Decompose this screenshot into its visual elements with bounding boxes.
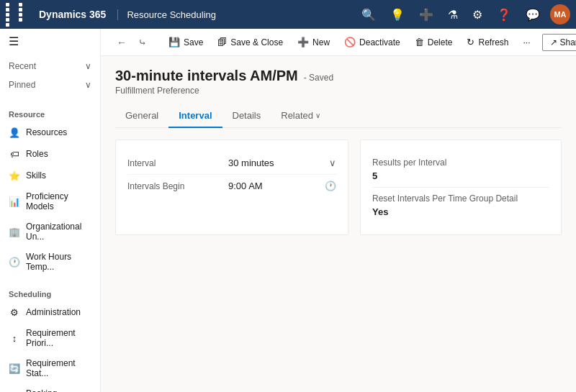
sidebar-item-orgunit[interactable]: 🏢 Organizational Un...: [0, 216, 100, 247]
reset-value: Yes: [372, 206, 549, 217]
interval-value: 30 minutes ∨: [228, 158, 336, 168]
results-value: 5: [372, 170, 549, 181]
results-field: Results per Interval 5: [372, 152, 549, 188]
workhours-icon: 🕐: [9, 256, 20, 268]
sidebar-item-skills[interactable]: ⭐ Skills: [0, 165, 100, 186]
add-icon[interactable]: ➕: [415, 5, 438, 24]
deactivate-button[interactable]: 🚫 Deactivate: [338, 33, 406, 51]
share-icon: ↗: [550, 37, 557, 47]
sidebar-item-admin[interactable]: ⚙ Administration: [0, 301, 100, 323]
intervals-begin-label: Intervals Begin: [127, 181, 228, 191]
tab-interval[interactable]: Interval: [168, 104, 222, 128]
settings-icon[interactable]: ⚙: [468, 5, 487, 24]
sidebar: ☰ Recent ∨ Pinned ∨ Resource 👤 Resources…: [0, 29, 101, 392]
proficiency-icon: 📊: [9, 196, 20, 207]
related-chevron-icon: ∨: [315, 111, 320, 119]
sidebar-item-resources[interactable]: 👤 Resources: [0, 122, 100, 143]
sidebar-item-reqprio[interactable]: ↕ Requirement Priori...: [0, 323, 100, 353]
app-label: Resource Scheduling: [117, 9, 216, 20]
back-button[interactable]: ←: [112, 34, 131, 51]
intervals-begin-value: 9:00 AM 🕐: [228, 181, 336, 191]
brand-label: Dynamics 365: [39, 9, 106, 20]
intervals-begin-field: Intervals Begin 9:00 AM 🕐: [127, 175, 336, 197]
interval-card: Interval 30 minutes ∨ Intervals Begin 9:…: [115, 140, 348, 235]
new-icon: ➕: [297, 37, 309, 47]
sidebar-item-pinned[interactable]: Pinned ∨: [0, 76, 100, 94]
saved-indicator: - Saved: [304, 73, 333, 83]
command-bar: ← ⤷ 💾 Save 🗐 Save & Close ➕ New 🚫 Deacti…: [101, 29, 576, 56]
title-row: 30-minute intervals AM/PM - Saved: [115, 68, 562, 84]
sidebar-toggle[interactable]: ☰: [0, 29, 100, 54]
clock-icon: 🕐: [325, 181, 336, 191]
avatar[interactable]: MA: [550, 4, 570, 24]
tab-related[interactable]: Related ∨: [271, 104, 330, 128]
resources-icon: 👤: [9, 127, 20, 138]
delete-icon: 🗑: [415, 37, 424, 47]
delete-button[interactable]: 🗑 Delete: [409, 33, 459, 51]
reqprio-icon: ↕: [9, 332, 20, 344]
save-button[interactable]: 💾 Save: [163, 33, 209, 51]
page-subtitle: Fulfillment Preference: [115, 86, 562, 96]
reqstatus-icon: 🔄: [9, 363, 20, 374]
content-area: ← ⤷ 💾 Save 🗐 Save & Close ➕ New 🚫 Deacti…: [101, 29, 576, 392]
share-button[interactable]: ↗ Share ∨: [542, 34, 576, 51]
right-card: Results per Interval 5 Reset Intervals P…: [360, 140, 562, 235]
tab-general[interactable]: General: [115, 104, 168, 128]
orgunit-icon: 🏢: [9, 226, 20, 237]
save-icon: 💾: [168, 37, 180, 47]
refresh-icon: ↻: [467, 37, 474, 47]
form-row: Interval 30 minutes ∨ Intervals Begin 9:…: [115, 140, 562, 235]
tabs: General Interval Details Related ∨: [115, 104, 562, 128]
sidebar-item-booking[interactable]: 📋 Booking Statuses: [0, 383, 100, 392]
roles-icon: 🏷: [9, 148, 20, 160]
save-close-button[interactable]: 🗐 Save & Close: [212, 33, 289, 51]
sidebar-item-reqstatus[interactable]: 🔄 Requirement Stat...: [0, 353, 100, 383]
skills-icon: ⭐: [9, 170, 20, 181]
sidebar-item-proficiency[interactable]: 📊 Proficiency Models: [0, 186, 100, 216]
deactivate-icon: 🚫: [344, 37, 356, 47]
main-layout: ☰ Recent ∨ Pinned ∨ Resource 👤 Resources…: [0, 29, 576, 392]
grid-icon[interactable]: [6, 3, 30, 27]
sidebar-item-recent[interactable]: Recent ∨: [0, 57, 100, 76]
results-label: Results per Interval: [372, 158, 549, 168]
interval-field: Interval 30 minutes ∨: [127, 152, 336, 175]
sidebar-item-roles[interactable]: 🏷 Roles: [0, 143, 100, 165]
top-nav: Dynamics 365 Resource Scheduling 🔍 💡 ➕ ⚗…: [0, 0, 576, 29]
lightbulb-icon[interactable]: 💡: [386, 5, 409, 24]
tab-details[interactable]: Details: [222, 104, 271, 128]
interval-dropdown-icon[interactable]: ∨: [329, 158, 336, 168]
recent-section: Recent ∨ Pinned ∨: [0, 54, 100, 97]
sidebar-item-workhours[interactable]: 🕐 Work Hours Temp...: [0, 247, 100, 277]
new-button[interactable]: ➕ New: [292, 33, 336, 51]
save-close-icon: 🗐: [217, 37, 227, 47]
resource-section-label: Resource: [0, 103, 100, 122]
admin-icon: ⚙: [9, 306, 20, 318]
reset-label: Reset Intervals Per Time Group Detail: [372, 193, 549, 204]
help-icon[interactable]: ❓: [492, 5, 516, 24]
interval-label: Interval: [127, 158, 228, 168]
scheduling-section-label: Scheduling: [0, 283, 100, 301]
more-button[interactable]: ···: [518, 34, 536, 51]
search-icon[interactable]: 🔍: [357, 5, 380, 24]
refresh-button[interactable]: ↻ Refresh: [461, 33, 514, 51]
reset-field: Reset Intervals Per Time Group Detail Ye…: [372, 188, 549, 223]
forward-button[interactable]: ⤷: [134, 34, 151, 51]
page-title: 30-minute intervals AM/PM: [115, 68, 298, 84]
chat-icon[interactable]: 💬: [521, 5, 544, 24]
filter-icon[interactable]: ⚗: [444, 5, 462, 24]
page-content: 30-minute intervals AM/PM - Saved Fulfil…: [101, 56, 576, 392]
